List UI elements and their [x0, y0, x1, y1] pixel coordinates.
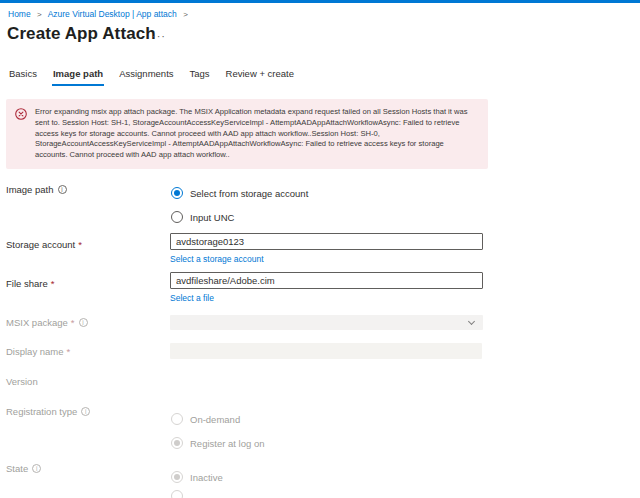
radio-selected-icon: [171, 471, 183, 483]
radio-inactive: Inactive: [171, 470, 223, 484]
page-title: Create App Attach: [7, 24, 156, 44]
display-name-input: [170, 343, 482, 359]
state-label: Statei: [6, 463, 41, 474]
msix-package-dropdown: [170, 315, 483, 330]
ellipsis-icon: ···: [152, 30, 166, 42]
radio-input-unc[interactable]: Input UNC: [171, 210, 234, 224]
breadcrumb-link-azure-virtual-desktop-app-attach[interactable]: Azure Virtual Desktop | App attach: [48, 9, 177, 19]
radio-label: On-demand: [190, 414, 240, 425]
radio-label: Register at log on: [190, 438, 264, 449]
required-asterisk: *: [71, 317, 75, 328]
chevron-down-icon: [468, 318, 475, 325]
file-share-input[interactable]: [170, 272, 483, 289]
storage-account-input[interactable]: [170, 233, 483, 250]
error-message: Error expanding msix app attach package.…: [35, 107, 474, 161]
required-asterisk: *: [67, 346, 71, 357]
error-icon: [15, 108, 27, 120]
tab-assignments[interactable]: Assignments: [118, 66, 174, 86]
tab-basics[interactable]: Basics: [8, 66, 38, 86]
breadcrumb-link-home[interactable]: Home: [8, 9, 31, 19]
radio-on-demand: On-demand: [171, 412, 240, 426]
image-path-label: Image pathi: [6, 184, 67, 195]
radio-label: Input UNC: [190, 212, 234, 223]
breadcrumb: Home > Azure Virtual Desktop | App attac…: [8, 9, 192, 19]
select-file-link[interactable]: Select a file: [170, 293, 214, 303]
radio-unselected-icon: [171, 211, 183, 223]
error-banner: Error expanding msix app attach package.…: [6, 99, 488, 169]
registration-type-label: Registration typei: [6, 406, 90, 417]
version-label: Version: [6, 376, 38, 387]
select-storage-account-link[interactable]: Select a storage account: [170, 254, 264, 264]
radio-label: Inactive: [190, 472, 223, 483]
tab-bar: Basics Image path Assignments Tags Revie…: [8, 66, 295, 86]
info-icon[interactable]: i: [58, 185, 67, 194]
more-options-button[interactable]: ···: [152, 30, 166, 42]
radio-unselected-icon: [171, 490, 183, 498]
radio-label: Select from storage account: [190, 188, 308, 199]
radio-select-from-storage-account[interactable]: Select from storage account: [171, 186, 308, 200]
radio-selected-icon: [171, 187, 183, 199]
info-icon: i: [32, 464, 41, 473]
info-icon: i: [79, 318, 88, 327]
tab-review-create[interactable]: Review + create: [225, 66, 295, 86]
portal-top-accent-bar: [0, 0, 640, 3]
required-asterisk: *: [78, 239, 82, 250]
display-name-label: Display name*: [6, 346, 70, 357]
radio-unselected-icon: [171, 413, 183, 425]
breadcrumb-separator: >: [37, 10, 42, 19]
radio-selected-icon: [171, 437, 183, 449]
msix-package-label: MSIX package*i: [6, 317, 88, 328]
create-app-attach-page: Home > Azure Virtual Desktop | App attac…: [0, 0, 640, 498]
info-icon: i: [81, 407, 90, 416]
required-asterisk: *: [51, 278, 55, 289]
tab-image-path[interactable]: Image path: [52, 66, 104, 86]
storage-account-label: Storage account*: [6, 239, 82, 250]
radio-register-at-log-on: Register at log on: [171, 436, 264, 450]
radio-state-option-2: [171, 489, 190, 498]
file-share-label: File share*: [6, 278, 54, 289]
tab-tags[interactable]: Tags: [189, 66, 211, 86]
breadcrumb-separator: >: [183, 10, 188, 19]
